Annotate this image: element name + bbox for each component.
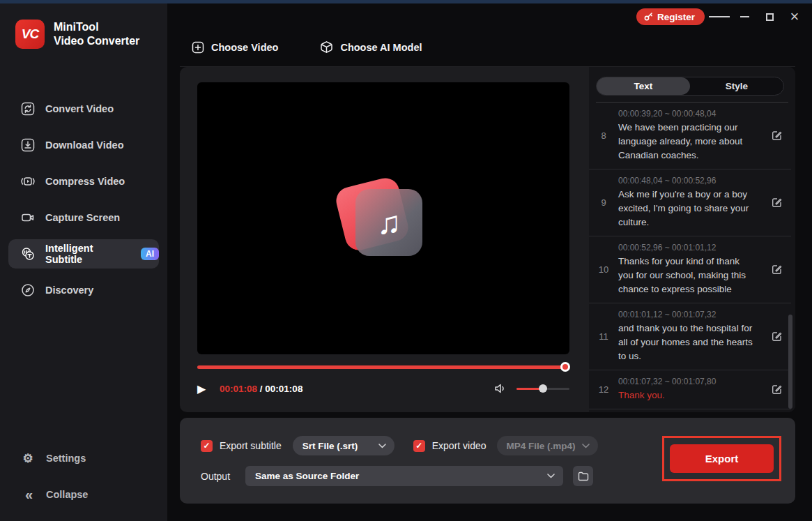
sidebar-item-label: Download Video: [45, 139, 124, 151]
video-format-select[interactable]: MP4 File (.mp4): [497, 436, 598, 455]
edit-icon: [771, 264, 783, 275]
export-button[interactable]: Export: [670, 444, 774, 473]
sidebar-item-convert-video[interactable]: Convert Video: [8, 94, 159, 123]
output-folder-select[interactable]: Same as Source Folder: [245, 466, 563, 486]
subtitle-format-select[interactable]: Srt File (.srt): [293, 436, 394, 455]
sidebar-item-label: Capture Screen: [45, 212, 120, 223]
edit-subtitle-button[interactable]: [771, 264, 783, 275]
app-window: VC MiniTool Video Converter Conv: [0, 0, 812, 521]
tab-choose-video[interactable]: Choose Video: [192, 40, 278, 54]
subtitle-row[interactable]: 8 00:00:39,20 ~ 00:00:48,04 We have been…: [589, 103, 791, 169]
tab-style[interactable]: Style: [690, 77, 783, 95]
intelligent-subtitle-icon: [21, 247, 35, 261]
check-icon: ✓: [203, 441, 210, 451]
sidebar-item-intelligent-subtitle[interactable]: Intelligent Subtitle AI: [8, 239, 159, 269]
subtitle-row[interactable]: 10 00:00:52,96 ~ 00:01:01,12 Thanks for …: [589, 236, 791, 303]
subtitle-list: 8 00:00:39,20 ~ 00:00:48,04 We have been…: [589, 103, 791, 409]
sidebar-item-compress-video[interactable]: Compress Video: [8, 167, 159, 196]
chevron-down-icon: [582, 444, 590, 448]
sidebar-item-discovery[interactable]: Discovery: [8, 275, 159, 305]
tab-label: Choose Video: [211, 42, 278, 53]
subtitle-timecode: 00:01:01,12 ~ 00:01:07,32: [618, 310, 756, 319]
check-icon: ✓: [415, 441, 422, 451]
playback-progress-bar[interactable]: [197, 365, 569, 369]
sidebar-item-download-video[interactable]: Download Video: [8, 130, 159, 160]
maximize-icon: [766, 13, 774, 21]
collapse-button[interactable]: « Collapse: [8, 481, 159, 508]
plus-square-icon: [192, 41, 204, 54]
minimize-button[interactable]: [734, 8, 755, 26]
chevron-down-icon: [547, 474, 555, 478]
subtitle-text: Ask me if you're a boy or a boy excited,…: [618, 188, 756, 229]
tab-choose-ai-model[interactable]: Choose AI Model: [320, 40, 422, 54]
edit-icon: [771, 384, 783, 395]
brand: VC MiniTool Video Converter: [15, 20, 139, 49]
discovery-icon: [21, 283, 35, 297]
browse-folder-button[interactable]: [573, 466, 593, 486]
collapse-label: Collapse: [46, 489, 88, 500]
app-logo-icon: VC: [15, 20, 45, 49]
player-controls: ▶ 00:01:08 / 00:01:08: [197, 379, 569, 398]
key-icon: [643, 12, 653, 22]
main-area: Register × Choose Video Choose AI Mode: [167, 3, 812, 521]
sidebar-item-label: Discovery: [45, 285, 93, 296]
export-subtitle-checkbox[interactable]: ✓: [201, 440, 213, 452]
sidebar-menu: Convert Video Download Video: [8, 94, 159, 312]
sidebar-item-label: Convert Video: [45, 103, 114, 114]
subtitle-timecode: 00:00:52,96 ~ 00:01:01,12: [618, 243, 756, 252]
time-separator: /: [260, 384, 263, 394]
folder-icon: [578, 471, 589, 481]
volume-knob[interactable]: [539, 384, 547, 393]
subtitle-panel-tabs: Text Style: [596, 77, 784, 96]
output-label: Output: [201, 471, 234, 482]
subtitle-row-active[interactable]: 12 00:01:07,32 ~ 00:01:07,80 Thank you.: [589, 370, 791, 409]
thumbnail-front-card: ♫: [355, 189, 422, 256]
gear-icon: ⚙: [21, 451, 35, 466]
scrollbar-thumb[interactable]: [788, 315, 792, 409]
export-options-row: ✓ Export subtitle Srt File (.srt) ✓ Expo…: [201, 436, 598, 455]
edit-subtitle-button[interactable]: [771, 130, 783, 142]
export-video-label: Export video: [432, 440, 487, 451]
app-title: MiniTool Video Converter: [54, 20, 139, 48]
edit-icon: [771, 331, 783, 342]
subtitle-row[interactable]: 11 00:01:01,12 ~ 00:01:07,32 and thank y…: [589, 303, 791, 370]
settings-button[interactable]: ⚙ Settings: [8, 444, 159, 472]
subtitle-timecode: 00:01:07,32 ~ 00:01:07,80: [618, 377, 756, 386]
current-time: 00:01:08: [220, 384, 257, 394]
export-video-checkbox[interactable]: ✓: [413, 440, 425, 452]
chevron-down-icon: [378, 444, 386, 448]
output-folder-value: Same as Source Folder: [255, 471, 359, 481]
register-label: Register: [657, 12, 695, 22]
subtitle-index: 9: [589, 197, 618, 208]
volume-icon[interactable]: [494, 383, 507, 394]
minimize-icon: [740, 16, 749, 17]
progress-knob[interactable]: [560, 362, 570, 372]
edit-icon: [771, 130, 783, 142]
sidebar-item-label: Compress Video: [45, 176, 125, 187]
sidebar: VC MiniTool Video Converter Conv: [0, 3, 167, 521]
subtitle-row[interactable]: 9 00:00:48,04 ~ 00:00:52,96 Ask me if yo…: [589, 169, 791, 236]
convert-video-icon: [21, 102, 35, 116]
subtitle-index: 10: [589, 264, 618, 275]
sidebar-item-capture-screen[interactable]: Capture Screen: [8, 203, 159, 232]
edit-subtitle-button[interactable]: [771, 384, 783, 395]
settings-label: Settings: [46, 453, 86, 464]
subtitle-timecode: 00:00:39,20 ~ 00:00:48,04: [618, 109, 756, 119]
export-bar: ✓ Export subtitle Srt File (.srt) ✓ Expo…: [180, 418, 795, 504]
volume-slider[interactable]: [516, 388, 569, 390]
maximize-button[interactable]: [759, 8, 780, 26]
subtitle-index: 11: [589, 331, 618, 342]
play-button[interactable]: ▶: [197, 382, 211, 395]
video-preview[interactable]: ♫: [197, 82, 569, 354]
cube-icon: [320, 40, 333, 54]
menu-icon[interactable]: [709, 8, 730, 26]
tab-text[interactable]: Text: [597, 77, 690, 95]
app-title-line2: Video Converter: [54, 34, 139, 48]
edit-subtitle-button[interactable]: [771, 197, 783, 209]
close-icon: ×: [790, 10, 799, 24]
export-subtitle-label: Export subtitle: [220, 440, 282, 451]
close-button[interactable]: ×: [784, 8, 805, 26]
sidebar-footer: ⚙ Settings « Collapse: [8, 436, 159, 508]
edit-subtitle-button[interactable]: [771, 331, 783, 342]
register-button[interactable]: Register: [636, 8, 705, 25]
